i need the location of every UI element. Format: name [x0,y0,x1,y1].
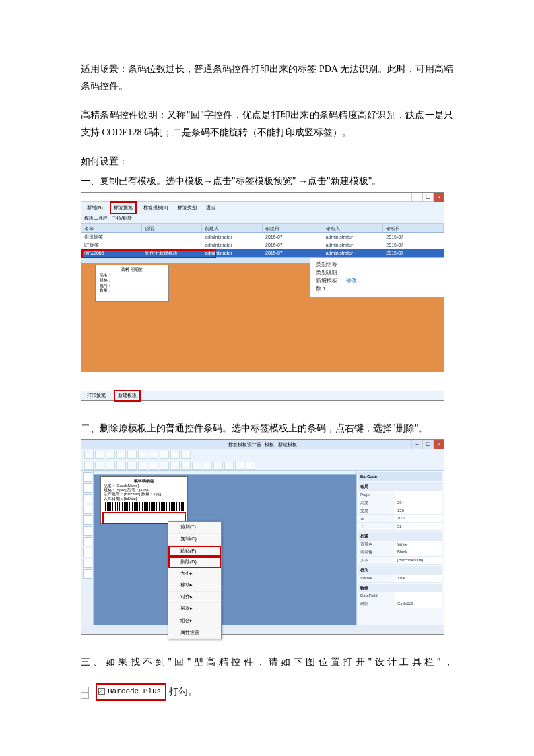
toolbar-icon[interactable] [127,462,137,470]
checkbox-icon[interactable] [98,688,105,695]
ctx-paste[interactable]: 粘贴(P) [168,546,221,557]
prop-row[interactable]: 高度20 [358,499,442,507]
tool-icon[interactable] [83,483,92,493]
ruler [81,258,310,263]
preview-title: 装料 明细签 [100,267,164,273]
toolbar-icon[interactable] [84,451,94,459]
toolbar-icon[interactable] [246,462,255,470]
toolbar-icon[interactable] [106,462,115,470]
toolbar-icon[interactable] [170,451,180,459]
toolbar-new-btn[interactable]: 新增(N) [84,203,106,213]
tool-icon[interactable] [83,537,92,546]
design-canvas[interactable]: 装料明细签 品名：[GoodsName] 规格：[Spec] 型号：[Type]… [94,471,356,625]
close-button[interactable]: × [433,440,444,449]
col-name[interactable]: 名称 [81,224,142,232]
toolbar-icon[interactable] [181,462,191,470]
tool-icon[interactable] [83,548,92,557]
cell: LT标签 [81,241,142,249]
label-template[interactable]: 装料明细签 品名：[GoodsName] 规格：[Spec] 型号：[Type]… [100,476,188,524]
toolbar-preview-btn[interactable]: 标签预览 [110,201,137,214]
tool-icon[interactable] [83,526,92,536]
close-button[interactable]: × [433,193,444,202]
toolbar-icon[interactable] [127,451,137,459]
ctx-align[interactable]: 对齐 ▸ [168,592,221,604]
prop-category: 行为 [358,566,442,575]
toolbar-icon[interactable] [203,462,212,470]
barcode-plus-checkbox-image: Barcode Plus [96,683,166,701]
toolbar-icon[interactable] [149,451,158,459]
toolbar-icon[interactable] [138,462,147,470]
tool-icon[interactable] [83,569,92,579]
toolbar-icon[interactable] [181,451,191,459]
prop-row[interactable]: VisibleTrue [358,575,442,583]
sub-toolbar: 模板工具栏 下拉/刷新 [81,214,444,224]
tool-icon[interactable] [83,505,92,514]
subbar-label-b: 下拉/刷新 [112,214,132,223]
toolbar-icon[interactable] [192,462,201,470]
col-createdate[interactable]: 创建日 [263,224,323,232]
screenshot-1-template-list: − ☐ × 新增(N) 标签预览 标签模板(T) 标签类别 退出 模板工具栏 下… [81,192,444,401]
tool-icon[interactable] [83,559,92,568]
ctx-layer[interactable]: 层次 ▸ [168,603,221,615]
toolbar-exit-btn[interactable]: 退出 [203,203,218,213]
maximize-button[interactable]: ☐ [422,193,433,202]
toolbar-icon[interactable] [116,462,126,470]
prop-row[interactable]: Page [358,491,442,499]
prop-row[interactable]: 上52 [358,523,442,531]
ctx-properties[interactable]: 属性设置 [168,627,221,639]
toolbar-icon[interactable] [149,462,158,470]
step-3-line2: Barcode Plus打勾。 [81,683,453,701]
col-modifier[interactable]: 修改人 [323,224,384,232]
ctx-group[interactable]: 组合 ▸ [168,615,221,627]
prop-category: 布局 [358,482,442,491]
toolbar-icon[interactable] [106,451,115,459]
cell: 排班标签 [81,233,142,241]
toolbar-icon[interactable] [170,462,180,470]
tool-icon[interactable] [83,472,92,482]
toolbar-icon[interactable] [213,462,223,470]
prop-row[interactable]: 背景色White [358,541,442,549]
toolbar-icon[interactable] [116,451,126,459]
ctx-cut[interactable]: 剪切(T) [168,522,221,534]
prop-row[interactable]: 前景色Black [358,548,442,557]
ctx-move[interactable]: 移动 ▸ [168,579,221,592]
label-preview[interactable]: 装料 明细签 品名： 规格： 批号： 数量： [95,265,169,302]
tool-icon[interactable] [83,494,92,503]
prop-row[interactable]: 码制Code128 [358,600,442,608]
main-toolbar: 新增(N) 标签预览 标签模板(T) 标签类别 退出 [81,202,444,214]
toolbar-template-btn[interactable]: 标签模板(T) [141,203,171,213]
toolbar-icon[interactable] [235,462,244,470]
col-creator[interactable]: 创建人 [202,224,263,232]
toolbar-icon[interactable] [84,462,94,470]
toolbar-category-btn[interactable]: 标签类别 [175,203,199,213]
minimize-button[interactable]: − [411,193,422,202]
toolbar-icon[interactable] [95,462,104,470]
toolbar-icon[interactable] [95,451,104,459]
intro-desc: 高精条码控件说明：又称"回"字控件，优点是打印出来的条码精度高好识别，缺点一是只… [81,106,453,140]
prop-row[interactable]: DataField [358,592,442,600]
minimize-button[interactable]: − [411,440,422,449]
modify-link[interactable]: 修改 [346,278,357,284]
prop-row[interactable]: 文本[BarcodeData] [358,557,442,565]
col-modifydate[interactable]: 修改日 [383,224,444,232]
footer-new-template-btn[interactable]: 新建模板 [114,390,141,402]
prop-row[interactable]: 左10.1 [358,515,442,523]
grid-row[interactable]: LT标签 administrator 2015-07 administrator… [81,241,444,249]
barcode-control[interactable] [104,502,185,511]
toolbar-icon[interactable] [160,462,169,470]
meta-line: 类别名称 [316,261,438,269]
toolbar-icon[interactable] [160,451,169,459]
label-line: 入库日期：[InDate] [104,497,185,501]
maximize-button[interactable]: ☐ [422,440,433,449]
ctx-copy[interactable]: 复制(C) [168,534,221,546]
toolbar-icon[interactable] [138,451,147,459]
footer-print-preview-btn[interactable]: 打印预览 [84,391,108,400]
cell: administrator [202,233,263,241]
tool-icon[interactable] [83,515,92,525]
col-desc[interactable]: 说明 [142,224,203,232]
grid-row[interactable]: 排班标签 administrator 2015-07 administrator… [81,233,444,241]
ctx-delete[interactable]: 删除(D) [168,557,221,568]
toolbar-icon[interactable] [224,462,234,470]
ctx-size[interactable]: 大小 ▸ [168,568,221,580]
prop-row[interactable]: 宽度120 [358,507,442,515]
